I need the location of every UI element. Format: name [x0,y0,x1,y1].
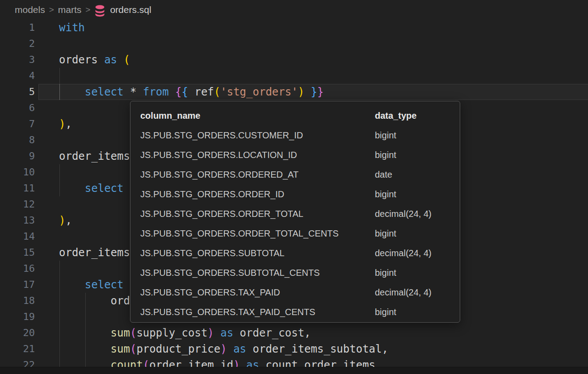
breadcrumb-item-file[interactable]: orders.sql [110,4,151,15]
line-number[interactable]: 10 [0,164,35,180]
code-line[interactable]: 20 sum(supply_cost) as order_cost, [0,325,588,341]
line-number[interactable]: 18 [0,293,35,309]
line-number[interactable]: 21 [0,341,35,357]
popup-cell-data-type: bigint [375,125,396,145]
line-number[interactable]: 16 [0,261,35,277]
code-line[interactable]: 3orders as ( [0,52,588,68]
code-line-text: order_items [59,245,130,261]
indent-guide [59,68,60,84]
code-line-text: ), [59,116,72,132]
popup-cell-data-type: bigint [375,184,396,204]
popup-cell-column-name: JS.PUB.STG_ORDERS.ORDERED_AT [140,170,298,179]
editor-bottom-edge [0,367,588,374]
code-line-text: select [59,277,124,293]
code-line-text: orders as ( [59,52,130,68]
popup-column-row: JS.PUB.STG_ORDERS.TAX_PAIDdecimal(24, 4) [130,283,460,302]
line-number[interactable]: 3 [0,52,35,68]
popup-column-row: JS.PUB.STG_ORDERS.TAX_PAID_CENTSbigint [130,302,460,322]
breadcrumb-item-marts[interactable]: marts [58,4,82,15]
code-line-text: sum(supply_cost) as order_cost, [59,325,311,341]
indent-guide [59,164,60,180]
code-line[interactable]: 21 sum(product_price) as order_items_sub… [0,341,588,357]
code-line-text: order_items [59,148,130,164]
code-line-text: sum(product_price) as order_items_subtot… [59,341,388,357]
popup-cell-data-type: bigint [375,145,396,165]
code-line-text: with [59,20,85,36]
popup-cell-data-type: decimal(24, 4) [375,243,432,263]
chevron-right-icon: > [49,5,54,15]
popup-column-row: JS.PUB.STG_ORDERS.ORDER_TOTAL_CENTSbigin… [130,224,460,243]
indent-guide [59,261,60,277]
line-number[interactable]: 9 [0,148,35,164]
line-number[interactable]: 20 [0,325,35,341]
code-line[interactable]: 4 [0,68,588,84]
breadcrumb: models > marts > orders.sql [0,0,588,20]
popup-cell-column-name: JS.PUB.STG_ORDERS.LOCATION_ID [140,150,297,160]
popup-cell-column-name: JS.PUB.STG_ORDERS.SUBTOTAL_CENTS [140,268,320,278]
popup-column-row: JS.PUB.STG_ORDERS.ORDER_IDbigint [130,184,460,204]
popup-column-row: JS.PUB.STG_ORDERS.ORDER_TOTALdecimal(24,… [130,204,460,224]
breadcrumb-item-models[interactable]: models [15,4,45,15]
popup-cell-column-name: JS.PUB.STG_ORDERS.ORDER_ID [140,189,284,199]
line-number[interactable]: 13 [0,212,35,229]
popup-cell-column-name: JS.PUB.STG_ORDERS.CUSTOMER_ID [140,130,303,140]
popup-cell-column-name: JS.PUB.STG_ORDERS.TAX_PAID [140,287,280,297]
popup-header-data-type: data_type [375,106,416,125]
line-number[interactable]: 11 [0,180,35,196]
popup-cell-column-name: JS.PUB.STG_ORDERS.TAX_PAID_CENTS [140,307,315,317]
line-number[interactable]: 5 [0,84,35,100]
line-number[interactable]: 17 [0,277,35,293]
code-line[interactable]: 5 select * from {{ ref('stg_orders') }} [0,84,588,100]
popup-column-row: JS.PUB.STG_ORDERS.ORDERED_ATdate [130,165,460,184]
popup-column-row: JS.PUB.STG_ORDERS.SUBTOTALdecimal(24, 4) [130,243,460,263]
database-icon [94,5,105,17]
line-number[interactable]: 7 [0,116,35,132]
popup-cell-data-type: bigint [375,302,396,322]
indent-guide [59,309,60,325]
code-line[interactable]: 2 [0,36,588,52]
column-info-popup: column_name data_type JS.PUB.STG_ORDERS.… [130,101,460,323]
line-number[interactable]: 6 [0,100,35,116]
line-number[interactable]: 8 [0,132,35,148]
code-line-text: ord [59,293,130,309]
popup-header-column-name: column_name [140,111,200,121]
line-number[interactable]: 12 [0,196,35,212]
popup-header-row: column_name data_type [130,106,460,125]
popup-column-row: JS.PUB.STG_ORDERS.LOCATION_IDbigint [130,145,460,165]
code-line-text: ), [59,212,72,229]
line-number[interactable]: 19 [0,309,35,325]
popup-column-row: JS.PUB.STG_ORDERS.CUSTOMER_IDbigint [130,125,460,145]
popup-cell-column-name: JS.PUB.STG_ORDERS.SUBTOTAL [140,248,285,258]
popup-cell-data-type: bigint [375,224,396,243]
code-line-text: select * from {{ ref('stg_orders') }} [59,84,323,100]
popup-cell-data-type: bigint [375,263,396,283]
popup-cell-data-type: decimal(24, 4) [375,204,432,224]
line-number[interactable]: 4 [0,68,35,84]
popup-cell-data-type: decimal(24, 4) [375,283,432,302]
chevron-right-icon: > [85,5,90,15]
indent-guide [85,309,86,325]
popup-cell-column-name: JS.PUB.STG_ORDERS.ORDER_TOTAL [140,209,303,219]
line-number[interactable]: 1 [0,20,35,36]
popup-column-row: JS.PUB.STG_ORDERS.SUBTOTAL_CENTSbigint [130,263,460,283]
line-number[interactable]: 2 [0,36,35,52]
code-line[interactable]: 1with [0,20,588,36]
line-number[interactable]: 14 [0,229,35,245]
popup-rows: JS.PUB.STG_ORDERS.CUSTOMER_IDbigintJS.PU… [130,125,460,322]
popup-cell-column-name: JS.PUB.STG_ORDERS.ORDER_TOTAL_CENTS [140,229,339,238]
popup-cell-data-type: date [375,165,392,184]
code-line-text: select [59,180,124,196]
line-number[interactable]: 15 [0,245,35,261]
